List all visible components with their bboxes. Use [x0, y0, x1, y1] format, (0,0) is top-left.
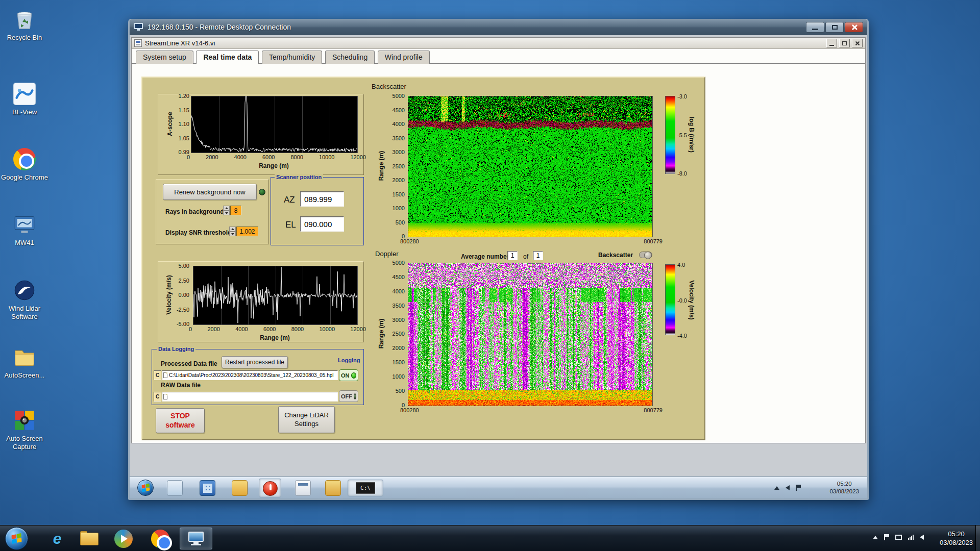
tab-wind-profile[interactable]: Wind profile [378, 51, 430, 64]
velocity-xlabel: Range (m) [193, 334, 357, 341]
app-maximize-button[interactable] [839, 39, 850, 47]
action-center-flag-icon[interactable] [796, 485, 801, 491]
command-prompt-button[interactable]: C:\ [348, 480, 383, 496]
show-hidden-icons-icon[interactable] [774, 486, 779, 490]
tab-temp-humidity[interactable]: Temp/humidity [262, 51, 322, 64]
backscatter-title: Backscatter [372, 83, 406, 90]
velocity-plot [193, 266, 358, 325]
desktop-icon-recycle-bin[interactable]: Recycle Bin [1, 7, 48, 42]
rdp-close-button[interactable] [845, 22, 863, 33]
tick-label: 4000 [234, 154, 247, 160]
tick-label: -4.0 [677, 333, 687, 339]
backscatter-toggle[interactable] [639, 252, 652, 258]
app-minimize-button[interactable] [826, 39, 837, 47]
white-window-icon[interactable] [295, 480, 311, 496]
network-icon[interactable] [908, 535, 914, 540]
show-desktop-button[interactable] [975, 525, 980, 551]
restart-processed-file-button[interactable]: Restart processed file [222, 356, 288, 368]
tick-label: 1000 [393, 373, 405, 380]
action-center-flag-icon[interactable] [884, 534, 889, 540]
desktop-icon-bl-view[interactable]: BL-View [1, 82, 48, 116]
remote-tray [774, 485, 801, 491]
rays-in-background-label: Rays in background [165, 208, 224, 215]
doppler-heatmap [408, 263, 653, 406]
rdp-minimize-button[interactable] [806, 22, 824, 33]
processed-path-text: C:\Lidar\Data\Proc\2023\202308\20230803\… [169, 372, 334, 378]
tick-label: 500 [396, 219, 405, 226]
yellow-folder-icon[interactable] [232, 480, 248, 496]
taskbar-explorer-button[interactable] [77, 528, 103, 549]
taskbar-ie-button[interactable]: e [44, 528, 70, 549]
snr-value-field[interactable]: 1.002 [236, 227, 258, 236]
tick-label: 2.50 [179, 278, 189, 284]
desktop: Recycle Bin BL-View Google Chrome MW41 W… [0, 0, 980, 551]
rdp-titlebar[interactable]: 192.168.0.150 - Remote Desktop Connectio… [130, 19, 867, 35]
tick-label: 2000 [393, 177, 405, 183]
processed-logging-toggle[interactable]: ON [339, 369, 358, 381]
raw-drive-box[interactable]: C [154, 392, 161, 402]
tick-label: -5.5 [677, 132, 687, 138]
processed-drive-box[interactable]: C [154, 370, 161, 380]
tick-label: 800280 [400, 238, 419, 244]
average-number-field[interactable]: 1 [507, 251, 518, 260]
renew-background-led[interactable] [259, 189, 265, 195]
tick-label: -8.0 [677, 170, 687, 177]
raw-path-field[interactable] [162, 392, 338, 402]
rays-spinner[interactable] [223, 206, 230, 215]
folder-icon [80, 531, 100, 546]
app-titlebar[interactable]: StreamLine XR v14-6.vi [132, 38, 865, 49]
app-grid-icon[interactable] [200, 480, 215, 496]
raw-logging-toggle[interactable]: OFF [339, 390, 358, 402]
desktop-icon-mw41[interactable]: MW41 [1, 212, 48, 247]
file-explorer-icon[interactable] [325, 480, 341, 496]
app-close-button[interactable] [852, 39, 863, 47]
taskbar-time: 05:20 [940, 530, 973, 539]
taskbar-clock[interactable]: 05:20 03/08/2023 [940, 530, 973, 547]
display-icon[interactable] [895, 535, 902, 540]
average-total-field[interactable]: 1 [533, 251, 543, 260]
tick-label: 6000 [263, 326, 276, 332]
rdp-app-icon [187, 532, 205, 546]
active-app-highlight[interactable] [259, 479, 281, 497]
remote-start-button[interactable] [137, 480, 154, 496]
processed-path-field[interactable]: C:\Lidar\Data\Proc\2023\202308\20230803\… [162, 370, 338, 380]
change-lidar-settings-button[interactable]: Change LiDAR Settings [278, 406, 335, 433]
el-value-field[interactable]: 090.000 [300, 216, 344, 232]
tick-label: 2500 [393, 331, 405, 337]
desktop-icon-google-chrome[interactable]: Google Chrome [1, 147, 48, 182]
rdp-restore-button[interactable] [825, 22, 844, 33]
desktop-icon-wind-lidar[interactable]: Wind Lidar Software [1, 278, 48, 321]
az-value-field[interactable]: 089.999 [300, 191, 344, 207]
volume-icon[interactable] [920, 535, 924, 540]
streamline-app-window: StreamLine XR v14-6.vi System setup Real… [131, 37, 866, 443]
ascope-x-axis: 020004000600080001000012000 [187, 154, 366, 160]
windows-flag-icon [11, 533, 21, 544]
taskbar-wmp-button[interactable] [110, 528, 137, 549]
snr-spinner[interactable] [229, 227, 236, 236]
tab-system-setup[interactable]: System setup [136, 51, 193, 64]
el-label: EL [285, 220, 296, 230]
desktop-icon-label: AutoScreen... [5, 371, 45, 380]
taskbar-rdp-button[interactable] [180, 528, 212, 549]
tab-bar: System setup Real time data Temp/humidit… [132, 49, 865, 64]
show-hidden-icons-icon[interactable] [873, 536, 878, 539]
remote-taskbar: C:\ 05:20 03/08/2023 [130, 477, 867, 498]
tab-scheduling[interactable]: Scheduling [325, 51, 375, 64]
tick-label: 3000 [393, 317, 405, 323]
app-window-icon[interactable] [167, 480, 183, 496]
renew-background-button[interactable]: Renew background now [163, 184, 257, 200]
bl-view-icon [12, 82, 37, 106]
remote-clock[interactable]: 05:20 03/08/2023 [829, 480, 859, 495]
media-player-icon [114, 530, 133, 548]
taskbar-chrome-button[interactable] [147, 528, 174, 549]
start-button[interactable] [5, 527, 28, 550]
desktop-icon-auto-screen-capture[interactable]: Auto Screen Capture [1, 408, 48, 451]
desktop-icon-autoscreen[interactable]: AutoScreen... [1, 345, 48, 380]
backscatter-x-axis: 800280800779 [400, 238, 663, 244]
volume-icon[interactable] [786, 485, 790, 490]
stop-software-button[interactable]: STOP software [156, 408, 205, 433]
rays-value-field[interactable]: 8 [230, 206, 241, 215]
tab-real-time-data[interactable]: Real time data [196, 51, 259, 64]
tick-label: 800779 [644, 238, 663, 244]
mw41-icon [12, 212, 37, 237]
